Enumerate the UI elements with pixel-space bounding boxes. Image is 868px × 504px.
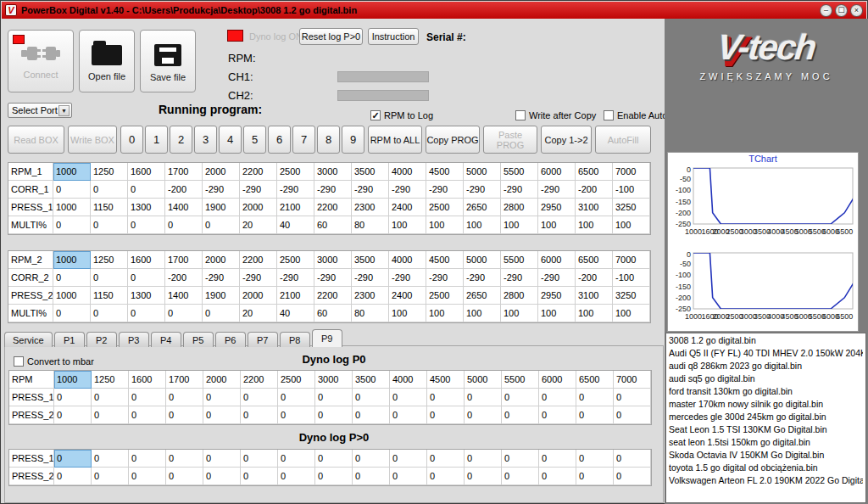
- table-cell[interactable]: 0: [390, 450, 427, 468]
- table-cell[interactable]: 2000: [203, 163, 240, 181]
- table-cell[interactable]: 2000: [240, 199, 277, 216]
- table-cell[interactable]: 100: [464, 305, 501, 322]
- table-cell[interactable]: 1600: [128, 251, 165, 269]
- table-cell[interactable]: 3000: [314, 251, 352, 269]
- table-cell[interactable]: 0: [539, 468, 576, 485]
- table-cell[interactable]: 2000: [203, 371, 241, 389]
- table-cell[interactable]: 0: [315, 406, 353, 424]
- table-cell[interactable]: 0: [203, 389, 241, 406]
- table-cell[interactable]: 0: [241, 450, 278, 468]
- table-cell[interactable]: 2800: [501, 199, 538, 216]
- copy-prog-button[interactable]: Copy PROG: [426, 126, 480, 154]
- table-cell[interactable]: -290: [203, 181, 240, 199]
- port-select[interactable]: Select Port ▼: [8, 103, 72, 118]
- tab-p5[interactable]: P5: [183, 332, 214, 347]
- table-cell[interactable]: 0: [278, 450, 315, 468]
- table-cell[interactable]: -100: [613, 269, 650, 287]
- table-cell[interactable]: 2500: [278, 371, 315, 389]
- minimize-button[interactable]: –: [820, 4, 832, 17]
- table-cell[interactable]: 1700: [165, 251, 203, 269]
- table-cell[interactable]: 7000: [613, 163, 650, 181]
- table-cell[interactable]: 0: [54, 468, 92, 485]
- table-cell[interactable]: 7000: [614, 371, 651, 389]
- digit-button-7[interactable]: 7: [292, 126, 315, 154]
- table-cell[interactable]: 1000: [54, 371, 92, 389]
- table-cell[interactable]: -290: [352, 181, 389, 199]
- file-list-item[interactable]: seat leon 1.5tsi 150km go digital.bin: [669, 436, 863, 449]
- table-cell[interactable]: 6500: [576, 371, 614, 389]
- table-cell[interactable]: 0: [203, 216, 240, 234]
- tab-p6[interactable]: P6: [215, 332, 246, 347]
- tab-p8[interactable]: P8: [280, 332, 310, 347]
- table-cell[interactable]: 0: [390, 468, 427, 485]
- table-cell[interactable]: 0: [128, 181, 165, 199]
- table-cell[interactable]: 0: [502, 406, 539, 424]
- table-cell[interactable]: 2200: [314, 199, 352, 216]
- table-cell[interactable]: 0: [614, 389, 651, 406]
- table-cell[interactable]: 0: [165, 216, 203, 234]
- table-cell[interactable]: 40: [277, 305, 314, 322]
- table-cell[interactable]: 0: [315, 468, 353, 485]
- table-cell[interactable]: 100: [538, 305, 576, 322]
- rpm-to-log-checkbox[interactable]: RPM to Log: [370, 110, 433, 120]
- table-cell[interactable]: 0: [278, 406, 315, 424]
- table-cell[interactable]: 0: [129, 406, 166, 424]
- table-cell[interactable]: 2100: [277, 287, 314, 305]
- tab-p4[interactable]: P4: [151, 332, 181, 347]
- table-cell[interactable]: -290: [277, 181, 314, 199]
- file-list-item[interactable]: Audi Q5 II (FY FL) 40 TDI MHEV 2.0 150kW…: [669, 347, 863, 360]
- table-cell[interactable]: 20: [240, 216, 277, 234]
- open-file-button[interactable]: Open file: [79, 30, 135, 92]
- tab-p3[interactable]: P3: [119, 332, 149, 347]
- table-cell[interactable]: 100: [576, 305, 613, 322]
- table-cell[interactable]: 5500: [501, 163, 538, 181]
- table-cell[interactable]: 5000: [465, 371, 502, 389]
- table-cell[interactable]: 100: [426, 305, 464, 322]
- table-cell[interactable]: 1250: [91, 163, 128, 181]
- table-cell[interactable]: 0: [502, 468, 539, 485]
- table-cell[interactable]: 1250: [92, 371, 129, 389]
- table-cell[interactable]: 0: [427, 406, 465, 424]
- table-cell[interactable]: 0: [465, 406, 502, 424]
- table-cell[interactable]: 0: [278, 468, 315, 485]
- table-cell[interactable]: 2800: [501, 287, 538, 305]
- table-cell[interactable]: 0: [166, 450, 203, 468]
- table-cell[interactable]: 0: [576, 389, 614, 406]
- table-cell[interactable]: 3500: [353, 371, 390, 389]
- table-cell[interactable]: 1900: [203, 199, 240, 216]
- table-cell[interactable]: 1000: [53, 163, 91, 181]
- table-cell[interactable]: 0: [128, 269, 165, 287]
- table-cell[interactable]: 0: [128, 216, 165, 234]
- table-cell[interactable]: -200: [165, 269, 203, 287]
- table-cell[interactable]: 1150: [91, 287, 128, 305]
- file-list-item[interactable]: audi sq5 go digital.bin: [669, 372, 863, 385]
- table-cell[interactable]: 0: [91, 269, 128, 287]
- table-cell[interactable]: -290: [277, 269, 314, 287]
- table-cell[interactable]: 5000: [464, 251, 501, 269]
- connect-button[interactable]: Connect: [8, 30, 74, 92]
- table-cell[interactable]: 0: [166, 406, 203, 424]
- table-cell[interactable]: 5500: [501, 251, 538, 269]
- table-cell[interactable]: 0: [539, 406, 576, 424]
- table-cell[interactable]: 0: [390, 406, 427, 424]
- table-cell[interactable]: 0: [92, 450, 129, 468]
- table-cell[interactable]: -290: [426, 181, 464, 199]
- digit-button-1[interactable]: 1: [145, 126, 168, 154]
- digit-button-9[interactable]: 9: [342, 126, 364, 154]
- table-cell[interactable]: 3100: [576, 287, 613, 305]
- table-cell[interactable]: 0: [427, 450, 465, 468]
- file-list[interactable]: 3008 1.2 go digital.binAudi Q5 II (FY FL…: [665, 333, 866, 503]
- copy-1-to-2-button[interactable]: Copy 1->2: [541, 126, 592, 154]
- table-cell[interactable]: 4000: [389, 163, 426, 181]
- table-cell[interactable]: 0: [315, 389, 353, 406]
- maximize-button[interactable]: ☐: [835, 4, 848, 17]
- write-after-copy-checkbox[interactable]: Write after Copy: [515, 110, 596, 120]
- table-cell[interactable]: 0: [129, 468, 166, 485]
- table-cell[interactable]: 0: [315, 450, 353, 468]
- table-cell[interactable]: -290: [352, 269, 389, 287]
- table-cell[interactable]: 0: [241, 389, 278, 406]
- table-cell[interactable]: 6000: [538, 251, 576, 269]
- table-cell[interactable]: 0: [54, 406, 92, 424]
- table-cell[interactable]: 0: [576, 450, 614, 468]
- table-cell[interactable]: 3100: [576, 199, 613, 216]
